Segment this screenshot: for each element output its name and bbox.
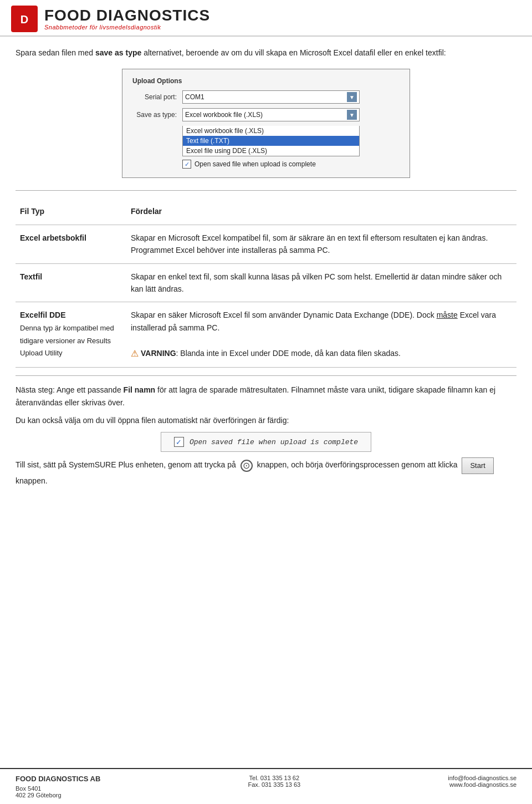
save-as-type-list: Excel workbook file (.XLS) Text file (.T… — [182, 126, 360, 156]
footer-right: info@food-diagnostics.se www.food-diagno… — [448, 775, 516, 788]
next-step-bold: Fil namn — [124, 385, 156, 394]
svg-text:D: D — [21, 13, 28, 26]
serial-port-arrow[interactable]: ▼ — [347, 92, 357, 102]
page-footer: FOOD DIAGNOSTICS AB Box 5401 402 29 Göte… — [0, 768, 532, 804]
start-button-inline[interactable]: Start — [462, 457, 493, 474]
divider-1 — [16, 190, 516, 191]
footer-tel: Tel. 031 335 13 62 — [249, 775, 300, 781]
row3-type: Excelfil DDE Denna typ är kompatibel med… — [16, 302, 126, 368]
table-header-desc: Fördelar — [126, 199, 516, 225]
intro-text-before: Spara sedan filen med — [16, 48, 95, 57]
open-saved-checkbox-row[interactable]: ✓ Open saved file when upload is complet… — [182, 160, 400, 169]
row3-desc-line1: Skapar en säker Microsoft Excel fil som … — [131, 311, 437, 319]
save-as-type-value: Excel workbook file (.XLS) — [185, 111, 347, 119]
last-instr-before: Till sist, sätt på SystemSURE Plus enhet… — [16, 461, 236, 470]
save-as-type-label: Save as type: — [132, 111, 182, 119]
upload-options-title: Upload Options — [132, 77, 400, 85]
footer-email: info@food-diagnostics.se — [448, 775, 516, 781]
serial-port-label: Serial port: — [132, 93, 182, 101]
logo-icon: D — [11, 6, 38, 32]
logo-sub-text: Snabbmetoder för livsmedelsdiagnostik — [44, 24, 210, 30]
open-saved-checkbox-label: Open saved file when upload is complete — [195, 160, 316, 168]
warning-text: : Blanda inte in Excel under DDE mode, d… — [176, 348, 401, 357]
open-saved-file-box: ✓ Open saved file when upload is complet… — [161, 432, 371, 452]
serial-port-row: Serial port: COM1 ▼ — [132, 90, 400, 104]
upload-options-box: Upload Options Serial port: COM1 ▼ Save … — [122, 69, 410, 178]
dropdown-item-xls[interactable]: Excel workbook file (.XLS) — [183, 126, 359, 136]
row3-type-line1: Excelfil DDE — [20, 311, 65, 319]
intro-text-after: alternativet, beroende av om du vill ska… — [141, 48, 446, 57]
last-instruction-paragraph: Till sist, sätt på SystemSURE Plus enhet… — [16, 457, 516, 488]
divider-2 — [16, 375, 516, 376]
open-saved-file-text: Open saved file when upload is complete — [190, 438, 358, 446]
next-step-before: Nästa steg: Ange ett passande — [16, 385, 124, 394]
row2-desc: Skapar en enkel text fil, som skall kunn… — [126, 263, 516, 302]
table-header-type: Fil Typ — [16, 199, 126, 225]
save-as-type-dropdown[interactable]: Excel workbook file (.XLS) ▼ — [182, 108, 360, 121]
row3-type-line2: Denna typ är kompatibel med tidigare ver… — [20, 324, 114, 358]
circle-button-icon — [241, 460, 253, 472]
main-content: Spara sedan filen med save as type alter… — [0, 37, 532, 498]
intro-bold: save as type — [95, 48, 141, 57]
open-saved-file-checkbox: ✓ — [174, 437, 184, 447]
dropdown-item-dde[interactable]: Excel file using DDE (.XLS) — [183, 146, 359, 156]
table-row: Excel arbetsbokfil Skapar en Microsoft E… — [16, 225, 516, 263]
open-saved-checkbox[interactable]: ✓ — [182, 160, 191, 169]
row2-type: Textfil — [16, 263, 126, 302]
row1-type: Excel arbetsbokfil — [16, 225, 126, 263]
row3-desc: Skapar en säker Microsoft Excel fil som … — [126, 302, 516, 368]
serial-port-value: COM1 — [185, 93, 347, 101]
footer-left: FOOD DIAGNOSTICS AB Box 5401 402 29 Göte… — [16, 775, 100, 798]
serial-port-dropdown[interactable]: COM1 ▼ — [182, 90, 360, 104]
footer-fax: Fax. 031 335 13 63 — [248, 781, 300, 788]
save-as-type-arrow[interactable]: ▼ — [347, 110, 357, 120]
last-instr-after: knappen. — [16, 476, 48, 485]
page-header: D FOOD DIAGNOSTICS Snabbmetoder för livs… — [0, 0, 532, 37]
warning-icon: ⚠ — [131, 347, 139, 361]
save-as-type-row: Save as type: Excel workbook file (.XLS)… — [132, 108, 400, 121]
warning-prefix: VARNING — [141, 348, 176, 357]
last-instr-middle: knappen, och börja överföringsprocessen … — [257, 461, 458, 470]
footer-company: FOOD DIAGNOSTICS AB — [16, 775, 100, 783]
footer-address1: Box 5401 — [16, 785, 41, 792]
row1-desc: Skapar en Microsoft Excel kompatibel fil… — [126, 225, 516, 263]
next-step-paragraph: Nästa steg: Ange ett passande Fil namn f… — [16, 384, 516, 409]
info-table: Fil Typ Fördelar Excel arbetsbokfil Skap… — [16, 199, 516, 368]
footer-website: www.food-diagnostics.se — [449, 781, 516, 788]
footer-center: Tel. 031 335 13 62 Fax. 031 335 13 63 — [248, 775, 300, 788]
table-row: Textfil Skapar en enkel text fil, som sk… — [16, 263, 516, 302]
logo-main-text: FOOD DIAGNOSTICS — [44, 7, 210, 24]
table-row: Excelfil DDE Denna typ är kompatibel med… — [16, 302, 516, 368]
auto-open-paragraph: Du kan också välja om du vill öppna file… — [16, 414, 516, 426]
intro-paragraph: Spara sedan filen med save as type alter… — [16, 47, 516, 59]
dropdown-item-txt[interactable]: Text file (.TXT) — [183, 136, 359, 146]
footer-address2: 402 29 Göteborg — [16, 792, 62, 798]
logo-text-block: FOOD DIAGNOSTICS Snabbmetoder för livsme… — [44, 7, 210, 31]
row3-desc-bold: måste — [437, 311, 458, 319]
